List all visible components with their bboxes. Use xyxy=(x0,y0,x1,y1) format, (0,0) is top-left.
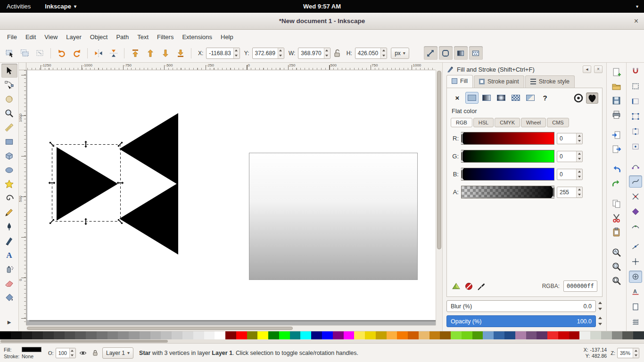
selector-tool[interactable] xyxy=(1,64,17,78)
more-tools-button[interactable]: ▶ xyxy=(1,315,17,329)
clock[interactable]: Wed 9:57 AM xyxy=(0,3,644,10)
spiral-tool[interactable] xyxy=(1,191,17,205)
palette-swatch[interactable] xyxy=(290,331,301,339)
blur-spin-buttons[interactable] xyxy=(597,300,603,312)
snap-cusp-nodes-toggle[interactable] xyxy=(629,206,642,218)
layer-lock-toggle[interactable] xyxy=(90,348,100,358)
fill-swatch[interactable] xyxy=(22,347,41,352)
snap-object-centers-toggle[interactable] xyxy=(629,255,642,268)
palette-swatch[interactable] xyxy=(225,331,236,339)
palette-swatch[interactable] xyxy=(236,331,247,339)
zoom-input[interactable]: 35% xyxy=(617,348,639,358)
palette-swatch[interactable] xyxy=(633,331,644,339)
palette-swatch[interactable] xyxy=(279,331,290,339)
palette-swatch[interactable] xyxy=(118,331,129,339)
palette-swatch[interactable] xyxy=(43,331,54,339)
scale-stroke-toggle[interactable] xyxy=(424,46,438,60)
palette-swatch[interactable] xyxy=(579,331,590,339)
fill-rule-evenodd-button[interactable] xyxy=(572,92,585,104)
palette-swatch[interactable] xyxy=(22,331,33,339)
paint-swatch-button[interactable] xyxy=(524,92,537,104)
palette-swatch[interactable] xyxy=(504,331,515,339)
palette-swatch[interactable] xyxy=(376,331,387,339)
horizontal-scrollbar[interactable] xyxy=(26,325,436,331)
palette-swatch[interactable] xyxy=(268,331,279,339)
activities-button[interactable]: Activities xyxy=(0,0,37,13)
red-slider[interactable] xyxy=(461,132,554,145)
palette-swatch[interactable] xyxy=(451,331,462,339)
snap-smooth-nodes-toggle[interactable] xyxy=(629,221,642,233)
cut-button[interactable] xyxy=(609,211,624,225)
open-button[interactable] xyxy=(609,79,624,93)
paint-radial-gradient-button[interactable] xyxy=(495,92,508,104)
menu-file[interactable]: File xyxy=(3,32,21,42)
object-opacity-spin-buttons[interactable] xyxy=(69,348,75,358)
menu-layer[interactable]: Layer xyxy=(62,32,86,42)
palette-swatch[interactable] xyxy=(429,331,440,339)
move-gradients-toggle[interactable] xyxy=(454,46,468,60)
palette-swatch[interactable] xyxy=(408,331,419,339)
slider-cursor[interactable] xyxy=(553,186,553,198)
save-button[interactable] xyxy=(609,93,624,107)
x-spin-buttons[interactable] xyxy=(233,48,239,58)
palette-swatch[interactable] xyxy=(65,331,75,339)
palette-swatch[interactable] xyxy=(419,331,429,339)
menu-edit[interactable]: Edit xyxy=(21,32,40,42)
stroke-value[interactable]: None xyxy=(22,354,33,359)
palette-swatch[interactable] xyxy=(526,331,537,339)
fill-rule-nonzero-button[interactable] xyxy=(586,92,598,104)
tab-wheel[interactable]: Wheel xyxy=(521,118,546,127)
lower-to-bottom-button[interactable] xyxy=(173,46,187,60)
palette-swatch[interactable] xyxy=(590,331,601,339)
palette-swatch[interactable] xyxy=(344,331,355,339)
y-input[interactable]: 372.689 xyxy=(252,48,284,59)
rectangle-tool[interactable] xyxy=(1,134,17,148)
pencil-tool[interactable] xyxy=(1,205,17,219)
measure-tool[interactable] xyxy=(1,120,17,134)
zoom-selection-button[interactable] xyxy=(609,259,624,273)
palette-scrollbar-thumb[interactable] xyxy=(0,340,168,343)
snap-bbox-centers-toggle[interactable] xyxy=(629,140,642,153)
import-button[interactable] xyxy=(609,128,624,142)
slider-cursor[interactable] xyxy=(462,168,462,180)
opacity-slider[interactable]: Opacity (%) 100.0 xyxy=(446,315,596,327)
palette-swatch[interactable] xyxy=(247,331,258,339)
dialog-dock-button[interactable]: ◂ xyxy=(583,66,591,73)
undo-button[interactable] xyxy=(609,162,624,176)
snap-paths-toggle[interactable] xyxy=(629,175,642,188)
horizontal-ruler[interactable]: -1250-1000-750-500-25002505007501000 xyxy=(26,63,436,70)
tab-hsl[interactable]: HSL xyxy=(473,118,494,127)
palette-swatch[interactable] xyxy=(11,331,22,339)
snap-bbox-corners-toggle[interactable] xyxy=(629,110,642,123)
alpha-spin-buttons[interactable] xyxy=(576,187,582,197)
y-spin-buttons[interactable] xyxy=(278,48,284,58)
green-input[interactable]: 0 xyxy=(557,151,583,162)
opacity-spin-buttons[interactable] xyxy=(597,315,603,327)
alpha-slider[interactable] xyxy=(461,186,554,198)
green-slider[interactable] xyxy=(461,150,554,163)
width-spin-buttons[interactable] xyxy=(324,48,330,58)
dialog-close-button[interactable]: × xyxy=(594,66,603,73)
palette-swatch[interactable] xyxy=(537,331,547,339)
palette-swatch[interactable] xyxy=(140,331,150,339)
horizontal-scrollbar-thumb[interactable] xyxy=(27,327,293,330)
snap-nodes-toggle[interactable] xyxy=(629,160,642,173)
palette-swatch[interactable] xyxy=(97,331,107,339)
snap-page-border-toggle[interactable] xyxy=(629,301,642,313)
rotate-cw-button[interactable] xyxy=(70,46,83,60)
palette-swatch[interactable] xyxy=(547,331,558,339)
height-input[interactable]: 426.050 xyxy=(355,48,387,59)
rgba-input[interactable]: 000000ff xyxy=(563,280,597,292)
menu-path[interactable]: Path xyxy=(112,32,133,42)
blue-spin-buttons[interactable] xyxy=(576,169,582,180)
snap-enable-toggle[interactable] xyxy=(629,65,642,77)
window-close-button[interactable]: × xyxy=(634,13,638,30)
zoom-tool[interactable] xyxy=(1,106,17,120)
node-tool[interactable] xyxy=(1,78,17,92)
palette-swatch[interactable] xyxy=(354,331,365,339)
color-picker-icon[interactable] xyxy=(477,282,486,291)
palette-swatch[interactable] xyxy=(129,331,140,339)
tweak-tool[interactable] xyxy=(1,92,17,106)
flip-vertical-button[interactable] xyxy=(107,46,120,60)
snap-grids-toggle[interactable] xyxy=(629,316,642,328)
